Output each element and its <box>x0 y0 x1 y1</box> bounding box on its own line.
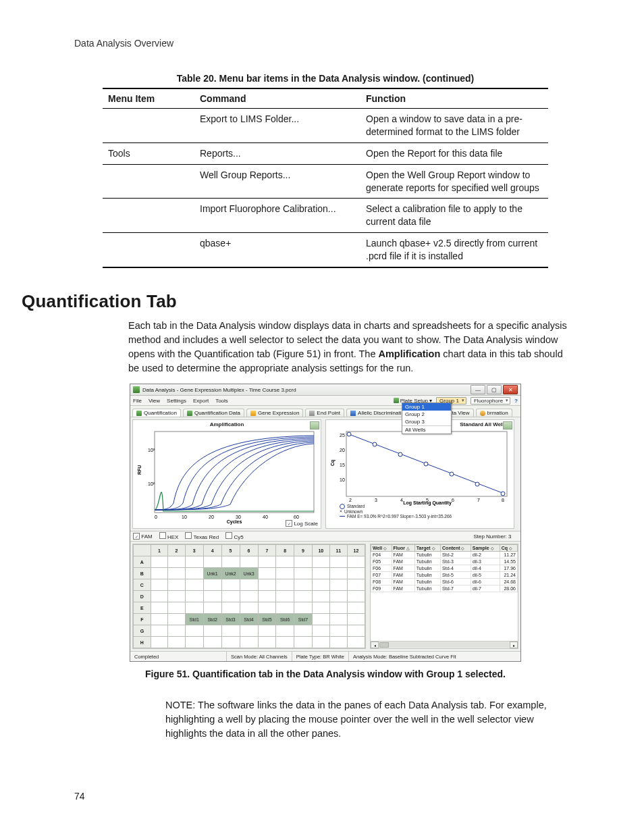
well-cell[interactable] <box>151 579 168 591</box>
well-cell[interactable] <box>258 579 276 591</box>
well-cell[interactable] <box>294 568 313 579</box>
group-menu-item[interactable]: Group 1 <box>402 403 451 411</box>
well-cell[interactable] <box>294 591 313 602</box>
well-cell[interactable] <box>347 556 365 568</box>
well-cell[interactable] <box>221 591 240 602</box>
well-cell[interactable] <box>168 625 186 637</box>
well-cell[interactable] <box>258 568 276 579</box>
well-cell[interactable] <box>185 625 203 637</box>
well-cell[interactable] <box>240 625 258 637</box>
well-cell[interactable] <box>240 637 258 648</box>
menu-file[interactable]: File <box>133 398 142 404</box>
well-cell[interactable] <box>312 556 329 568</box>
well-cell[interactable]: Std2 <box>203 614 221 625</box>
well-selector[interactable]: 123456789101112ABUnk1Unk2Unk3CDEFStd1Std… <box>132 544 366 649</box>
well-cell[interactable] <box>347 579 365 591</box>
menu-settings[interactable]: Settings <box>167 398 186 404</box>
well-cell[interactable]: Std3 <box>221 614 240 625</box>
well-cell[interactable] <box>329 591 347 602</box>
well-cell[interactable] <box>221 602 240 614</box>
well-cell[interactable] <box>347 568 365 579</box>
well-cell[interactable] <box>221 625 240 637</box>
well-cell[interactable] <box>240 579 258 591</box>
well-cell[interactable]: Unk2 <box>221 568 240 579</box>
well-cell[interactable] <box>185 637 203 648</box>
well-cell[interactable] <box>329 568 347 579</box>
well-cell[interactable] <box>329 556 347 568</box>
data-th[interactable]: Well ◇ <box>371 545 392 552</box>
well-cell[interactable] <box>240 591 258 602</box>
well-cell[interactable] <box>221 579 240 591</box>
tab-gene-expression[interactable]: Gene Expression <box>246 409 303 417</box>
well-cell[interactable] <box>203 602 221 614</box>
tab-quantification[interactable]: Quantification <box>132 409 181 417</box>
data-th[interactable]: Sample ◇ <box>471 545 500 552</box>
well-cell[interactable] <box>258 637 276 648</box>
menu-tools[interactable]: Tools <box>215 398 228 404</box>
well-cell[interactable] <box>276 591 294 602</box>
well-cell[interactable] <box>151 556 168 568</box>
well-cell[interactable] <box>347 637 365 648</box>
well-cell[interactable] <box>168 637 186 648</box>
well-cell[interactable] <box>168 579 186 591</box>
fluor-fam-checkbox[interactable]: ✓ FAM <box>133 533 153 540</box>
well-cell[interactable] <box>203 637 221 648</box>
well-cell[interactable]: Unk3 <box>240 568 258 579</box>
tab-end-point[interactable]: End Point <box>305 409 344 417</box>
menu-view[interactable]: View <box>149 398 160 404</box>
well-cell[interactable] <box>347 602 365 614</box>
group-menu-item[interactable]: Group 3 <box>402 418 451 425</box>
popout-icon[interactable] <box>503 421 512 429</box>
well-cell[interactable] <box>168 568 186 579</box>
well-cell[interactable] <box>294 637 313 648</box>
tab-info[interactable]: brmation <box>476 409 512 417</box>
well-cell[interactable] <box>347 614 365 625</box>
well-cell[interactable] <box>276 556 294 568</box>
popout-icon[interactable] <box>310 421 319 429</box>
fluor-cy5-checkbox[interactable]: Cy5 <box>225 532 243 540</box>
well-cell[interactable] <box>312 591 329 602</box>
well-cell[interactable]: Unk1 <box>203 568 221 579</box>
well-cell[interactable] <box>151 591 168 602</box>
well-cell[interactable] <box>312 625 329 637</box>
well-cell[interactable] <box>276 568 294 579</box>
well-cell[interactable] <box>276 637 294 648</box>
fluor-texasred-checkbox[interactable]: Texas Red <box>185 532 219 540</box>
help-button[interactable]: ? <box>514 398 518 404</box>
well-cell[interactable] <box>151 637 168 648</box>
well-cell[interactable] <box>294 556 313 568</box>
well-cell[interactable] <box>347 625 365 637</box>
maximize-button[interactable]: ▢ <box>487 385 502 394</box>
well-cell[interactable] <box>185 602 203 614</box>
well-cell[interactable] <box>240 556 258 568</box>
well-cell[interactable] <box>168 556 186 568</box>
well-cell[interactable] <box>312 614 329 625</box>
data-th[interactable]: Content ◇ <box>441 545 471 552</box>
well-cell[interactable] <box>276 625 294 637</box>
well-cell[interactable] <box>312 568 329 579</box>
well-cell[interactable] <box>185 591 203 602</box>
scroll-left-icon[interactable]: ◂ <box>371 642 379 648</box>
well-cell[interactable] <box>203 625 221 637</box>
scroll-right-icon[interactable]: ▸ <box>510 642 518 648</box>
well-cell[interactable]: Std6 <box>276 614 294 625</box>
well-cell[interactable] <box>203 556 221 568</box>
well-cell[interactable] <box>151 568 168 579</box>
well-cell[interactable] <box>294 579 313 591</box>
well-cell[interactable] <box>240 602 258 614</box>
close-button[interactable]: ✕ <box>503 385 518 394</box>
well-cell[interactable] <box>312 602 329 614</box>
tab-quantification-data[interactable]: Quantification Data <box>183 409 244 417</box>
well-cell[interactable] <box>329 614 347 625</box>
well-cell[interactable] <box>258 591 276 602</box>
well-cell[interactable] <box>329 637 347 648</box>
well-cell[interactable] <box>329 602 347 614</box>
well-cell[interactable] <box>258 556 276 568</box>
well-cell[interactable] <box>185 579 203 591</box>
data-th[interactable]: Cq ◇ <box>500 545 517 552</box>
well-cell[interactable] <box>329 625 347 637</box>
minimize-button[interactable]: — <box>471 385 485 394</box>
well-cell[interactable] <box>276 602 294 614</box>
menu-export[interactable]: Export <box>193 398 209 404</box>
well-cell[interactable] <box>168 602 186 614</box>
